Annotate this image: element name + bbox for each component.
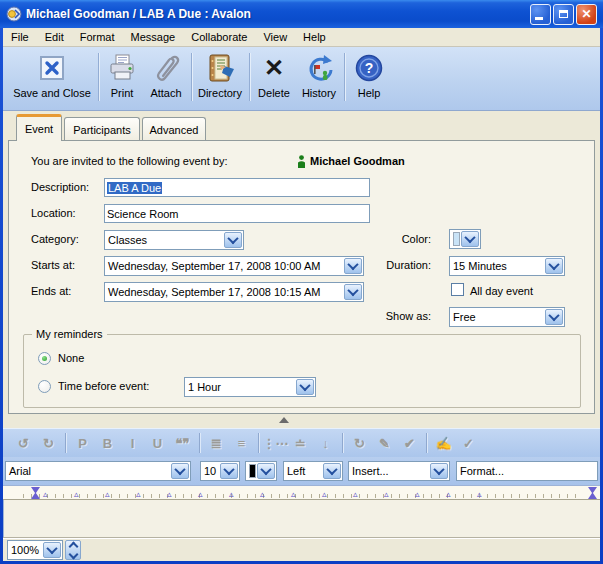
dropdown-arrow-icon[interactable] — [257, 463, 275, 479]
person-icon — [297, 154, 306, 172]
message-body[interactable] — [3, 500, 600, 538]
ruler[interactable]: ▵▵▵▵▵▵▵▵▵▵▵▵▵▵▵ — [3, 485, 600, 500]
italic-icon[interactable]: I — [120, 433, 145, 454]
menu-view[interactable]: View — [255, 29, 295, 45]
location-input[interactable]: Science Room — [104, 204, 370, 223]
duration-select[interactable]: 15 Minutes — [449, 256, 565, 276]
toolbar-separator — [342, 433, 343, 453]
ruler-tabstop-icon[interactable]: ▵ — [167, 490, 172, 499]
menu-file[interactable]: File — [3, 29, 37, 45]
ruler-tabstop-icon[interactable]: ▵ — [198, 490, 203, 499]
approve-edit-icon[interactable]: ✔ — [397, 433, 422, 454]
reminder-none-label: None — [58, 352, 84, 364]
menu-collaborate[interactable]: Collaborate — [183, 29, 255, 45]
ruler-tabstop-icon[interactable]: ▵ — [260, 490, 265, 499]
category-select[interactable]: Classes — [104, 230, 244, 250]
edit-pencil-icon[interactable]: ✎ — [372, 433, 397, 454]
ruler-tabstops[interactable]: ▵▵▵▵▵▵▵▵▵▵▵▵▵▵▵ — [3, 486, 600, 499]
ruler-tabstop-icon[interactable]: ▵ — [291, 490, 296, 499]
ruler-tabstop-icon[interactable]: ▵ — [74, 490, 79, 499]
zoom-select[interactable]: 100% — [7, 540, 63, 560]
pane-splitter[interactable] — [3, 414, 600, 428]
dropdown-arrow-icon[interactable] — [430, 463, 448, 479]
show-as-select[interactable]: Free — [449, 307, 565, 327]
menu-help[interactable]: Help — [295, 29, 334, 45]
dropdown-arrow-icon[interactable] — [220, 463, 238, 479]
delete-button[interactable]: ✕ Delete — [252, 51, 296, 107]
spell-check-icon[interactable]: ✓ — [456, 433, 481, 454]
line-spacing-icon[interactable]: ≐ — [288, 433, 313, 454]
spin-down-icon[interactable] — [68, 549, 78, 559]
all-day-checkbox[interactable] — [451, 283, 464, 296]
titlebar[interactable]: Michael Goodman / LAB A Due : Avalon ✕ — [0, 0, 603, 28]
menu-message[interactable]: Message — [123, 29, 184, 45]
ruler-tabstop-icon[interactable]: ▵ — [136, 490, 141, 499]
ruler-tabstop-icon[interactable]: ▵ — [477, 490, 482, 499]
quote-style-icon[interactable]: ❝❞ — [170, 433, 195, 454]
indent-quote-icon[interactable]: ≣ — [204, 433, 229, 454]
toolbar-label: Delete — [258, 87, 290, 99]
plain-style-icon[interactable]: P — [70, 433, 95, 454]
signature-icon[interactable]: ✍ — [431, 433, 456, 454]
font-color-swatch — [249, 464, 256, 478]
starts-at-select[interactable]: Wednesday, September 17, 2008 10:00 AM — [104, 256, 364, 276]
minimize-button[interactable] — [530, 4, 551, 25]
align-select[interactable]: Left — [283, 461, 343, 481]
description-input[interactable]: LAB A Due — [104, 178, 370, 197]
underline-icon[interactable]: U — [145, 433, 170, 454]
dropdown-arrow-icon[interactable] — [545, 309, 563, 325]
format-select[interactable]: Format... — [456, 461, 598, 481]
dropdown-arrow-icon[interactable] — [344, 284, 362, 300]
ruler-tabstop-icon[interactable]: ▵ — [353, 490, 358, 499]
zoom-spinner[interactable] — [65, 540, 81, 560]
reminder-time-select[interactable]: 1 Hour — [184, 377, 316, 397]
paragraph-marks-icon[interactable]: ⋮⋯ — [263, 433, 288, 454]
save-and-close-button[interactable]: Save and Close — [9, 51, 95, 107]
category-value: Classes — [105, 234, 223, 246]
redo-icon[interactable]: ↻ — [36, 433, 61, 454]
print-button[interactable]: Print — [101, 51, 143, 107]
dropdown-arrow-icon[interactable] — [296, 379, 314, 395]
directory-button[interactable]: Directory — [194, 51, 246, 107]
font-family-select[interactable]: Arial — [5, 461, 191, 481]
revise-icon[interactable]: ↻ — [347, 433, 372, 454]
bold-icon[interactable]: B — [95, 433, 120, 454]
collapse-arrow-icon[interactable] — [279, 417, 289, 423]
help-button[interactable]: ? Help — [347, 51, 391, 107]
maximize-button[interactable] — [553, 4, 574, 25]
menu-edit[interactable]: Edit — [37, 29, 72, 45]
menu-format[interactable]: Format — [72, 29, 123, 45]
font-size-select[interactable]: 10 — [200, 461, 240, 481]
ruler-tabstop-icon[interactable]: ▵ — [415, 490, 420, 499]
move-down-icon[interactable]: ↓ — [313, 433, 338, 454]
history-button[interactable]: History — [297, 51, 341, 107]
toolbar-label: History — [302, 87, 336, 99]
attach-button[interactable]: Attach — [143, 51, 189, 107]
tab-advanced[interactable]: Advanced — [142, 117, 206, 141]
ruler-tabstop-icon[interactable]: ▵ — [229, 490, 234, 499]
dropdown-arrow-icon[interactable] — [171, 463, 189, 479]
ruler-tabstop-icon[interactable]: ▵ — [384, 490, 389, 499]
toolbar-label: Print — [111, 87, 134, 99]
reminder-time-radio[interactable] — [38, 380, 51, 393]
ruler-tabstop-icon[interactable]: ▵ — [43, 490, 48, 499]
outdent-quote-icon[interactable]: ≡ — [229, 433, 254, 454]
ruler-tabstop-icon[interactable]: ▵ — [322, 490, 327, 499]
ruler-tabstop-icon[interactable]: ▵ — [105, 490, 110, 499]
dropdown-arrow-icon[interactable] — [323, 463, 341, 479]
close-button[interactable]: ✕ — [576, 4, 597, 25]
dropdown-arrow-icon[interactable] — [43, 542, 61, 558]
ruler-tabstop-icon[interactable]: ▵ — [446, 490, 451, 499]
ends-at-select[interactable]: Wednesday, September 17, 2008 10:15 AM — [104, 282, 364, 302]
dropdown-arrow-icon[interactable] — [545, 258, 563, 274]
insert-select[interactable]: Insert... — [348, 461, 450, 481]
undo-icon[interactable]: ↺ — [11, 433, 36, 454]
toolbar-label: Attach — [150, 87, 181, 99]
tab-event[interactable]: Event — [16, 114, 62, 141]
dropdown-arrow-icon[interactable] — [224, 232, 242, 248]
tab-participants[interactable]: Participants — [64, 117, 140, 141]
dropdown-arrow-icon[interactable] — [461, 231, 479, 247]
font-color-select[interactable] — [245, 461, 277, 481]
reminder-none-radio[interactable] — [38, 352, 51, 365]
color-select[interactable] — [449, 229, 481, 249]
